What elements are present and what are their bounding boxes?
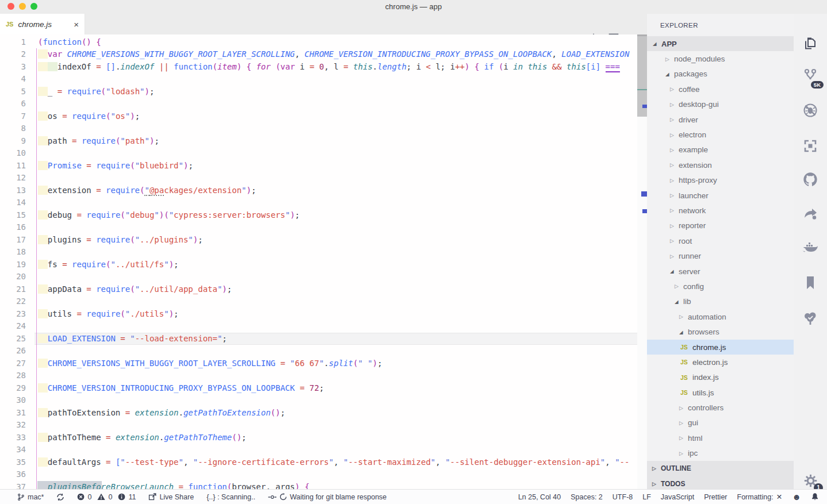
tree-item-electron-js[interactable]: JSelectron.js	[647, 355, 794, 370]
code-line-2[interactable]: 2 var CHROME_VERSIONS_WITH_BUGGY_ROOT_LA…	[0, 48, 637, 61]
tab-chrome-js[interactable]: JS chrome.js ×	[0, 14, 85, 34]
code-line-6[interactable]: 6	[0, 98, 637, 110]
editor-scrollbar[interactable]	[637, 34, 647, 489]
tree-item-reporter[interactable]: ▷reporter	[647, 218, 794, 233]
tree-item-electron[interactable]: ▷electron	[647, 127, 794, 142]
code-line-14[interactable]: 14	[0, 197, 637, 209]
tree-item-node-modules[interactable]: ▷node_modules	[647, 51, 794, 66]
tree-item-coffee[interactable]: ▷coffee	[647, 82, 794, 97]
code-line-30[interactable]: 30	[0, 394, 637, 407]
tree-item-network[interactable]: ▷network	[647, 203, 794, 218]
tree-item-browsers[interactable]: ◢browsers	[647, 324, 794, 339]
git-blame-item[interactable]: Waiting for git blame response	[268, 493, 386, 501]
code-line-18[interactable]: 18	[0, 246, 637, 259]
share-icon[interactable]	[802, 205, 819, 222]
tree-item-launcher[interactable]: ▷launcher	[647, 188, 794, 203]
tree-item-server[interactable]: ◢server	[647, 264, 794, 279]
code-line-7[interactable]: 7 os = require("os");	[0, 110, 637, 123]
code-line-9[interactable]: 9 path = require("path");	[0, 135, 637, 148]
code-line-16[interactable]: 16	[0, 221, 637, 234]
feedback-smiley-icon[interactable]: ☻	[792, 493, 801, 501]
live-share-item[interactable]: Live Share	[148, 493, 194, 501]
code-line-29[interactable]: 29 CHROME_VERSION_INTRODUCING_PROXY_BYPA…	[0, 382, 637, 395]
tree-item-root[interactable]: ▷root	[647, 233, 794, 248]
problems-item[interactable]: 0 0 11	[77, 493, 136, 501]
code-line-10[interactable]: 10	[0, 147, 637, 160]
docker-icon[interactable]	[802, 239, 819, 256]
ruler-selection-mark	[637, 89, 647, 90]
code-editor[interactable]: 1(function() {2 var CHROME_VERSIONS_WITH…	[0, 34, 637, 489]
code-line-32[interactable]: 32	[0, 419, 637, 432]
code-line-5[interactable]: 5 _ = require("lodash");	[0, 86, 637, 98]
tree-item-ipc[interactable]: ▷ipc	[647, 446, 794, 461]
code-line-19[interactable]: 19 fs = require("../util/fs");	[0, 259, 637, 271]
github-icon[interactable]	[802, 171, 819, 188]
code-line-34[interactable]: 34	[0, 444, 637, 456]
code-line-13[interactable]: 13 extension = require("@packages/extens…	[0, 184, 637, 197]
code-line-28[interactable]: 28	[0, 370, 637, 382]
code-line-3[interactable]: 3 indexOf = [].indexOf || function(item)…	[0, 61, 637, 74]
tree-item-html[interactable]: ▷html	[647, 430, 794, 445]
tree-item-gui[interactable]: ▷gui	[647, 415, 794, 430]
code-line-12[interactable]: 12	[0, 172, 637, 184]
tree-item-config[interactable]: ▷config	[647, 279, 794, 294]
code-line-15[interactable]: 15 debug = require("debug")("cypress:ser…	[0, 209, 637, 222]
todos-section[interactable]: ▷ TODOS	[647, 476, 794, 489]
code-line-22[interactable]: 22	[0, 295, 637, 308]
code-line-21[interactable]: 21 appData = require("../util/app_data")…	[0, 283, 637, 296]
tree-item-https-proxy[interactable]: ▷https-proxy	[647, 173, 794, 188]
tree-item-extension[interactable]: ▷extension	[647, 157, 794, 172]
code-line-20[interactable]: 20	[0, 271, 637, 283]
frame-icon[interactable]	[802, 137, 819, 155]
tree-item-desktop-gui[interactable]: ▷desktop-gui	[647, 97, 794, 112]
code-line-4[interactable]: 4	[0, 73, 637, 86]
formatting-item[interactable]: Formatting: ✕	[737, 493, 783, 501]
formatter-item[interactable]: Prettier	[704, 493, 727, 501]
code-line-24[interactable]: 24	[0, 320, 637, 333]
code-line-23[interactable]: 23 utils = require("./utils");	[0, 308, 637, 321]
code-line-26[interactable]: 26	[0, 345, 637, 357]
code-line-11[interactable]: 11 Promise = require("bluebird");	[0, 160, 637, 172]
code-line-8[interactable]: 8	[0, 122, 637, 135]
code-line-1[interactable]: 1(function() {	[0, 36, 637, 49]
close-tab-icon[interactable]: ×	[74, 20, 79, 29]
tree-item-app[interactable]: ◢APP	[647, 36, 794, 51]
files-icon[interactable]	[802, 35, 819, 52]
bookmarks-icon[interactable]	[802, 274, 819, 291]
sync-changes-item[interactable]	[56, 493, 64, 501]
scanning-item[interactable]: {..} : Scanning..	[206, 493, 255, 501]
tree-item-chrome-js[interactable]: JSchrome.js	[647, 340, 794, 355]
tree-item-driver[interactable]: ▷driver	[647, 112, 794, 127]
tree-item-runner[interactable]: ▷runner	[647, 248, 794, 263]
indentation-item[interactable]: Spaces: 2	[571, 493, 603, 501]
code-line-31[interactable]: 31 pathToExtension = extension.getPathTo…	[0, 407, 637, 420]
tree-item-lib[interactable]: ◢lib	[647, 294, 794, 309]
cursor-position-item[interactable]: Ln 25, Col 40	[518, 493, 561, 501]
code-line-33[interactable]: 33 pathToTheme = extension.getPathToThem…	[0, 432, 637, 444]
code-line-25[interactable]: 25 LOAD_EXTENSION = "--load-extension=";	[0, 333, 637, 345]
tree-item-label: utils.js	[692, 388, 714, 397]
pull-requests-icon[interactable]: 5K	[802, 67, 819, 84]
tree-item-automation[interactable]: ▷automation	[647, 309, 794, 324]
code-line-17[interactable]: 17 plugins = require("../plugins");	[0, 234, 637, 247]
outline-section[interactable]: ▷ OUTLINE	[647, 461, 794, 476]
chevron-right-icon: ▷	[679, 435, 688, 441]
settings-gear-icon[interactable]: 1	[802, 472, 819, 489]
code-line-27[interactable]: 27 CHROME_VERSIONS_WITH_BUGGY_ROOT_LAYER…	[0, 357, 637, 370]
git-branch-item[interactable]: mac*	[17, 493, 44, 501]
notifications-bell-icon[interactable]	[811, 493, 819, 501]
tree-item-example[interactable]: ▷example	[647, 143, 794, 157]
chevron-right-icon: ▷	[679, 405, 688, 411]
tree-item-index-js[interactable]: JSindex.js	[647, 370, 794, 385]
encoding-item[interactable]: UTF-8	[612, 493, 633, 501]
project-tree-icon[interactable]	[802, 310, 819, 327]
no-bugs-icon[interactable]	[802, 102, 819, 119]
tree-item-packages[interactable]: ◢packages	[647, 67, 794, 82]
code-line-35[interactable]: 35 defaultArgs = ["--test-type", "--igno…	[0, 456, 637, 469]
tree-item-utils-js[interactable]: JSutils.js	[647, 385, 794, 400]
code-line-37[interactable]: 37 pluginsBeforeBrowserLaunch = function…	[0, 481, 637, 490]
eol-item[interactable]: LF	[642, 493, 651, 501]
language-mode-item[interactable]: JavaScript	[661, 493, 694, 501]
tree-item-controllers[interactable]: ▷controllers	[647, 400, 794, 415]
code-line-36[interactable]: 36	[0, 468, 637, 481]
